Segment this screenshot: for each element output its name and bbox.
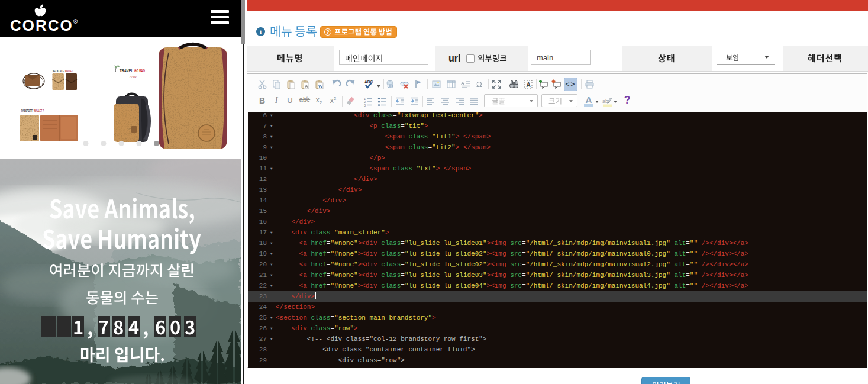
svg-text:A: A [461,80,464,86]
svg-text:A: A [305,83,308,89]
svg-text:WALLET 7: WALLET 7 [34,109,44,112]
svg-text:TRAVEL: TRAVEL [120,69,133,73]
svg-text:ab: ab [602,98,608,104]
svg-text:A: A [526,81,530,88]
svg-text:3: 3 [364,103,366,107]
svg-text:CORK: CORK [130,76,137,79]
svg-text:GO BAG: GO BAG [134,69,145,73]
svg-text:PASSPORT: PASSPORT [21,109,33,112]
svg-text:W: W [318,83,323,89]
svg-text:WALLET: WALLET [65,70,73,73]
svg-text:Ω: Ω [476,80,482,89]
svg-text:NECKLACE: NECKLACE [53,70,64,73]
